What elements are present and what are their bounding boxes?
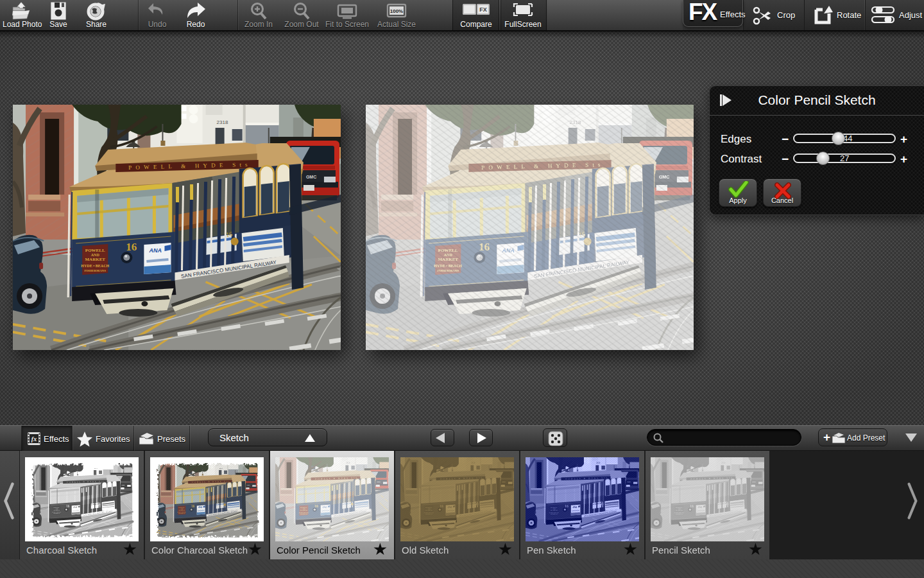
svg-text:FX: FX: [479, 6, 487, 13]
svg-text:100%: 100%: [390, 8, 403, 14]
svg-text:fx: fx: [31, 435, 37, 442]
